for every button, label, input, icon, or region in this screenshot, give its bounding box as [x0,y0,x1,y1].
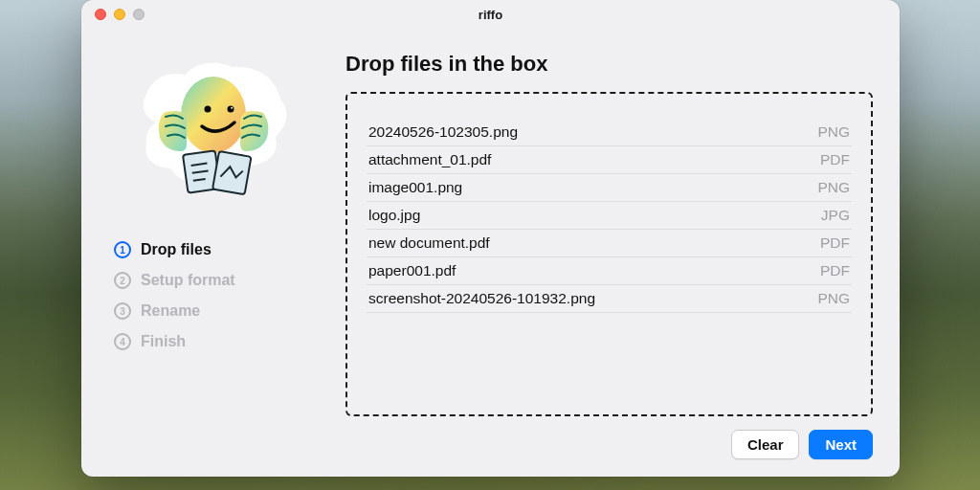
file-name: image001.png [368,179,462,196]
file-type-badge: PNG [817,179,850,196]
window-body: 1 Drop files 2 Setup format 3 Rename 4 F… [81,29,900,477]
main-panel: Drop files in the box 20240526-102305.pn… [345,36,873,459]
svg-point-0 [181,77,246,153]
page-heading: Drop files in the box [345,52,873,77]
file-type-badge: PNG [817,123,850,141]
file-name: 20240526-102305.png [368,123,518,141]
svg-rect-8 [212,151,251,194]
file-row[interactable]: image001.png PNG [367,174,852,202]
sidebar: 1 Drop files 2 Setup format 3 Rename 4 F… [108,36,319,459]
minimize-window-button[interactable] [114,9,125,20]
file-row[interactable]: paper001.pdf PDF [367,257,852,285]
close-window-button[interactable] [95,9,106,20]
step-number-icon: 2 [114,272,131,289]
file-dropzone[interactable]: 20240526-102305.png PNG attachment_01.pd… [345,92,873,416]
illustration [108,36,319,237]
window-titlebar[interactable]: riffo [81,0,900,29]
svg-point-1 [205,106,212,113]
file-row[interactable]: screenshot-20240526-101932.png PNG [367,285,852,313]
file-name: paper001.pdf [368,262,456,279]
step-label: Finish [141,333,186,350]
step-setup-format[interactable]: 2 Setup format [114,272,319,289]
file-type-badge: PDF [820,151,850,168]
step-label: Setup format [141,272,235,289]
step-list: 1 Drop files 2 Setup format 3 Rename 4 F… [114,241,319,350]
action-bar: Clear Next [345,430,873,459]
file-type-badge: PDF [820,234,850,252]
file-name: screenshot-20240526-101932.png [368,290,595,307]
file-row[interactable]: attachment_01.pdf PDF [367,146,852,174]
file-type-badge: JPG [821,207,850,224]
step-drop-files[interactable]: 1 Drop files [114,241,319,258]
svg-point-3 [231,107,233,109]
svg-point-2 [228,106,234,113]
file-list: 20240526-102305.png PNG attachment_01.pd… [367,119,852,313]
step-number-icon: 1 [114,241,131,258]
file-row[interactable]: new document.pdf PDF [367,230,852,257]
file-name: new document.pdf [368,234,490,252]
step-label: Drop files [141,241,212,258]
step-number-icon: 3 [114,302,131,320]
file-type-badge: PDF [820,262,850,279]
desktop-background: riffo [0,0,980,490]
file-row[interactable]: logo.jpg JPG [367,202,852,230]
clear-button[interactable]: Clear [731,430,800,459]
file-name: logo.jpg [368,207,420,224]
next-button[interactable]: Next [809,430,873,459]
step-rename[interactable]: 3 Rename [114,302,319,320]
file-name: attachment_01.pdf [368,151,491,168]
file-row[interactable]: 20240526-102305.png PNG [367,119,852,146]
window-controls [95,9,145,20]
step-number-icon: 4 [114,333,131,350]
zoom-window-button[interactable] [133,9,145,20]
file-type-badge: PNG [817,290,850,307]
window-title: riffo [81,8,900,22]
step-finish[interactable]: 4 Finish [114,333,319,350]
step-label: Rename [141,302,200,320]
app-window: riffo [81,0,900,477]
